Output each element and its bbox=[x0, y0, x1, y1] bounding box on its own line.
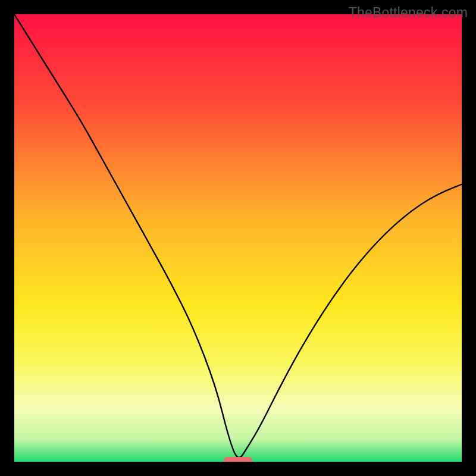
bottleneck-chart: TheBottleneck.com bbox=[0, 0, 476, 476]
chart-frame bbox=[0, 462, 476, 476]
chart-frame bbox=[462, 0, 476, 476]
watermark-text: TheBottleneck.com bbox=[349, 5, 468, 21]
chart-canvas bbox=[0, 0, 476, 476]
svg-rect-0 bbox=[14, 14, 462, 462]
chart-frame bbox=[0, 0, 14, 476]
